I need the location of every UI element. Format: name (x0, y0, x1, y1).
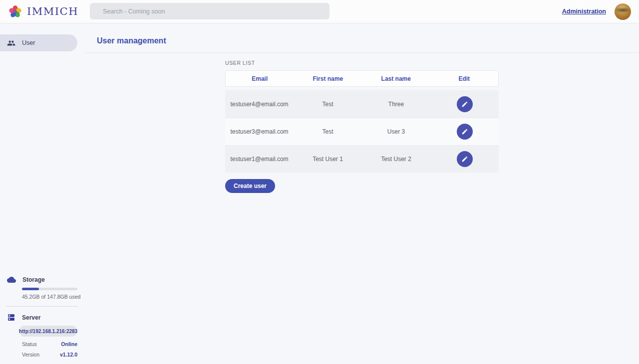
version-label: Version (22, 352, 39, 358)
cloud-icon (7, 275, 16, 284)
pencil-icon (461, 156, 468, 163)
cell-email: testuser4@email.com (225, 101, 294, 108)
immich-flower-icon (8, 4, 22, 19)
sidebar-item-user[interactable]: User (0, 34, 77, 51)
administration-link[interactable]: Administration (562, 8, 606, 15)
cell-email: testuser1@email.com (225, 156, 294, 163)
user-list-label: USER LIST (225, 60, 499, 66)
server-version-row: Version v1.12.0 (22, 352, 77, 358)
cell-last-name: User 3 (362, 128, 430, 135)
table-row: testuser1@email.com Test User 1 Test Use… (225, 145, 499, 173)
sidebar-status-panel: Storage 45.2GB of 147.8GB used Server ht… (0, 275, 85, 358)
table-row: testuser4@email.com Test Three (225, 90, 499, 118)
cell-last-name: Test User 2 (362, 156, 430, 163)
user-table-body: testuser4@email.com Test Three (225, 90, 499, 173)
storage-progress-fill (22, 288, 39, 290)
cell-first-name: Test (294, 101, 362, 108)
sidebar-item-user-label: User (22, 39, 35, 46)
create-user-button[interactable]: Create user (225, 179, 275, 193)
cell-last-name: Three (362, 101, 430, 108)
server-status-row: Status Online (22, 341, 77, 347)
col-header-first-name: First name (294, 75, 362, 82)
cell-email: testuser3@email.com (225, 128, 294, 135)
user-table-header: Email First name Last name Edit (225, 70, 499, 87)
storage-progress-bar (22, 288, 77, 290)
table-row: testuser3@email.com Test User 3 (225, 118, 499, 145)
users-icon (7, 39, 15, 47)
status-value: Online (61, 341, 77, 347)
top-navbar: IMMICH Administration (0, 0, 639, 23)
admin-sidebar: User Storage 45.2GB of 147.8GB used (0, 23, 85, 364)
page-heading: User management (85, 23, 639, 53)
cell-first-name: Test User 1 (294, 156, 362, 163)
page-title: User management (97, 36, 166, 45)
col-header-edit: Edit (430, 75, 499, 82)
user-list-section: USER LIST Email First name Last name Edi… (225, 60, 499, 193)
server-title: Server (22, 314, 40, 321)
sidebar-divider (6, 306, 78, 307)
edit-user-button[interactable] (457, 96, 473, 112)
edit-user-button[interactable] (457, 124, 473, 140)
logo-wordmark: IMMICH (27, 5, 78, 17)
search-input[interactable] (90, 3, 329, 19)
status-label: Status (22, 341, 37, 347)
pencil-icon (461, 128, 468, 135)
server-icon (7, 313, 15, 322)
main-content: User management USER LIST Email First na… (85, 23, 639, 364)
col-header-last-name: Last name (362, 75, 430, 82)
col-header-email: Email (226, 75, 294, 82)
edit-user-button[interactable] (457, 151, 473, 167)
storage-title: Storage (22, 276, 45, 283)
immich-logo[interactable]: IMMICH (0, 4, 78, 19)
pencil-icon (461, 101, 468, 108)
user-avatar[interactable] (615, 3, 631, 20)
cell-first-name: Test (294, 128, 362, 135)
version-value: v1.12.0 (60, 352, 77, 358)
storage-usage-text: 45.2GB of 147.8GB used (22, 294, 85, 300)
server-url-badge: http://192.168.1.216:2283 (20, 326, 76, 337)
